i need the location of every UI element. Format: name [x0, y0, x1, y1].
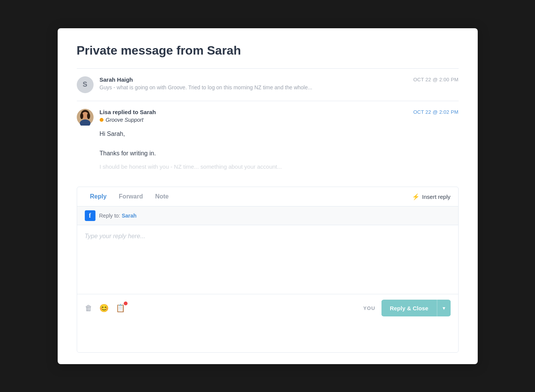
tab-reply[interactable]: Reply	[85, 192, 112, 202]
compose-panel: Reply Forward Note ⚡ Insert reply f Repl…	[77, 187, 459, 352]
reply-close-main-button[interactable]: Reply & Close	[381, 300, 437, 316]
modal-container: Private message from Sarah S Sarah Haigh…	[58, 28, 478, 364]
message-preview-sarah: Guys - what is going on with Groove. Tri…	[100, 84, 459, 90]
message-item-lisa: Lisa replied to Sarah OCT 22 @ 2:02 PM G…	[77, 109, 459, 178]
page-title: Private message from Sarah	[77, 44, 459, 58]
body-line2: Thanks for writing in.	[100, 148, 459, 158]
svg-point-5	[87, 113, 90, 119]
svg-point-4	[80, 113, 83, 119]
message-content-sarah: Sarah Haigh OCT 22 @ 2:00 PM Guys - what…	[100, 76, 459, 90]
reply-close-dropdown-button[interactable]: ▾	[437, 300, 451, 316]
compose-area[interactable]: Type your reply here...	[77, 225, 458, 294]
message-header-sarah: Sarah Haigh OCT 22 @ 2:00 PM	[100, 76, 459, 83]
toolbar-icons: 🗑 😊 📋	[85, 303, 125, 313]
chevron-down-icon: ▾	[443, 305, 445, 311]
insert-reply-label: Insert reply	[422, 194, 450, 200]
lightning-icon: ⚡	[412, 193, 420, 200]
canned-reply-icon[interactable]: 📋	[116, 303, 125, 313]
avatar-lisa	[77, 109, 94, 126]
facebook-icon: f	[85, 210, 95, 221]
compose-toolbar: 🗑 😊 📋 YOU Reply & Close ▾	[77, 294, 458, 322]
title-divider	[77, 68, 459, 69]
reply-close-button-group: Reply & Close ▾	[381, 300, 451, 316]
message-header-lisa: Lisa replied to Sarah OCT 22 @ 2:02 PM	[100, 109, 459, 115]
insert-reply-button[interactable]: ⚡ Insert reply	[412, 193, 450, 200]
you-label: YOU	[363, 305, 375, 311]
reply-to-bar: f Reply to: Sarah	[77, 206, 458, 225]
message-content-lisa: Lisa replied to Sarah OCT 22 @ 2:02 PM G…	[100, 109, 459, 170]
bottom-spacer	[77, 353, 459, 364]
reply-to-text: Reply to: Sarah	[99, 213, 137, 219]
body-fade: I should be honest with you - NZ time...…	[100, 163, 459, 170]
notification-badge	[124, 302, 128, 305]
compose-placeholder: Type your reply here...	[85, 233, 145, 239]
emoji-icon[interactable]: 😊	[99, 303, 109, 313]
sender-name-sarah: Sarah Haigh	[100, 76, 133, 83]
sender-name-lisa: Lisa replied to Sarah	[100, 109, 156, 115]
timestamp-lisa: OCT 22 @ 2:02 PM	[413, 109, 458, 115]
tab-forward[interactable]: Forward	[113, 192, 148, 202]
timestamp-sarah: OCT 22 @ 2:00 PM	[413, 77, 458, 82]
mailbox-label: Groove Support	[106, 117, 144, 123]
message-item-sarah: S Sarah Haigh OCT 22 @ 2:00 PM Guys - wh…	[77, 76, 459, 101]
body-line1: Hi Sarah,	[100, 129, 459, 139]
reply-to-name: Sarah	[122, 213, 137, 219]
trash-icon[interactable]: 🗑	[85, 304, 92, 313]
status-dot	[100, 118, 103, 122]
compose-tabs: Reply Forward Note ⚡ Insert reply	[77, 187, 458, 206]
avatar-sarah: S	[77, 76, 94, 93]
tab-note[interactable]: Note	[150, 192, 174, 202]
message-body-lisa: Hi Sarah, Thanks for writing in.	[100, 129, 459, 158]
